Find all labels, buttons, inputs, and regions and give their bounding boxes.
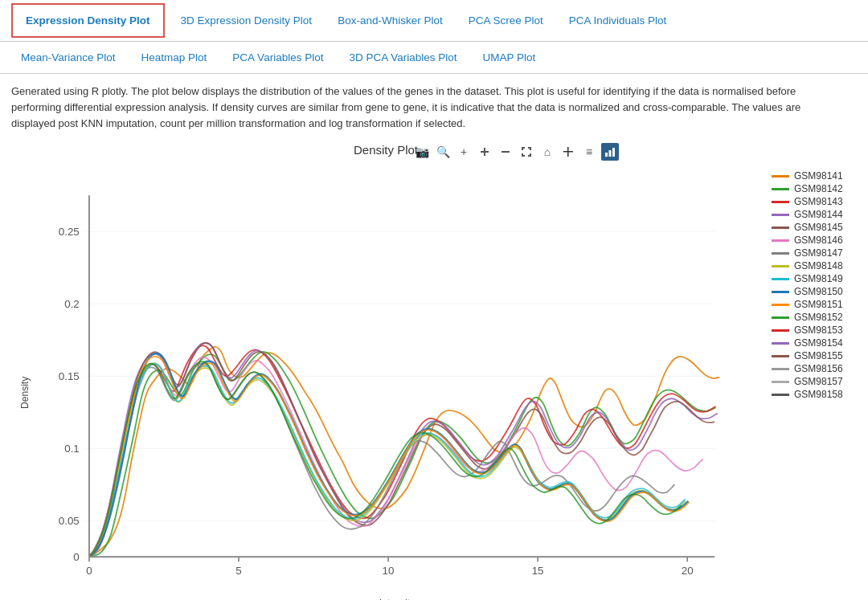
legend-item: GSM98147: [772, 247, 860, 259]
legend-label: GSM98153: [794, 324, 843, 336]
hline-icon[interactable]: ≡: [580, 143, 598, 161]
legend-label: GSM98156: [794, 363, 843, 374]
plus-icon[interactable]: +: [455, 143, 473, 161]
plot-header: Density Plot 📷 🔍 + ⌂ ≡: [8, 143, 764, 157]
spike-icon[interactable]: [559, 143, 577, 161]
svg-rect-4: [567, 147, 569, 157]
density-chart-svg: 0.25 0.2 0.15 0.1 0.05 0: [31, 176, 764, 596]
svg-text:10: 10: [383, 565, 395, 578]
legend-item: GSM98158: [772, 389, 860, 400]
plot-description: Generated using R plotly. The plot below…: [0, 84, 852, 143]
tab-expression-density-plot[interactable]: Expression Density Plot: [11, 3, 165, 38]
legend-item: GSM98151: [772, 299, 860, 310]
legend-item: GSM98144: [772, 209, 860, 220]
chart-wrapper: Density 0.25 0.2 0.15: [8, 176, 764, 600]
legend-item: GSM98150: [772, 286, 860, 297]
tab-3d-pca-variables-plot[interactable]: 3D PCA Variables Plot: [336, 42, 469, 73]
camera-icon[interactable]: 📷: [413, 143, 431, 161]
svg-text:0: 0: [73, 552, 79, 564]
plot-container: Density Plot 📷 🔍 + ⌂ ≡: [8, 143, 764, 600]
legend-item: GSM98157: [772, 376, 860, 387]
y-axis-label: Density: [16, 176, 31, 600]
svg-text:20: 20: [682, 565, 694, 578]
bottom-tab-bar: Mean-Variance Plot Heatmap Plot PCA Vari…: [0, 42, 868, 74]
legend-label: GSM98149: [794, 273, 843, 284]
legend-label: GSM98152: [794, 312, 843, 323]
legend-item: GSM98146: [772, 235, 860, 246]
legend-label: GSM98155: [794, 350, 843, 361]
svg-text:0: 0: [86, 565, 92, 578]
legend-item: GSM98141: [772, 170, 860, 182]
svg-rect-6: [609, 150, 612, 157]
tab-heatmap-plot[interactable]: Heatmap Plot: [129, 42, 220, 73]
svg-text:0.1: 0.1: [64, 443, 80, 455]
legend-label: GSM98158: [794, 389, 843, 400]
legend-item: GSM98155: [772, 350, 860, 361]
svg-text:0.15: 0.15: [59, 371, 80, 383]
legend-label: GSM98142: [794, 183, 843, 194]
plot-toolbar: 📷 🔍 + ⌂ ≡: [413, 143, 619, 161]
svg-text:15: 15: [532, 565, 544, 578]
bar-chart-icon[interactable]: [601, 143, 619, 161]
svg-rect-2: [502, 151, 510, 153]
chart-inner: 0.25 0.2 0.15 0.1 0.05 0: [31, 176, 764, 600]
legend-label: GSM98147: [794, 247, 843, 259]
tab-pca-individuals-plot[interactable]: PCA Individuals Plot: [556, 5, 680, 36]
zoom-in-icon[interactable]: [476, 143, 493, 161]
legend-label: GSM98144: [794, 209, 843, 220]
legend-item: GSM98154: [772, 337, 860, 349]
legend-item: GSM98153: [772, 324, 860, 336]
legend-item: GSM98152: [772, 312, 860, 323]
tab-pca-variables-plot[interactable]: PCA Variables Plot: [219, 42, 336, 73]
svg-rect-5: [605, 153, 608, 157]
legend-item: GSM98142: [772, 183, 860, 194]
fullscreen-icon[interactable]: [518, 143, 535, 161]
tab-box-whisker-plot[interactable]: Box-and-Whisker Plot: [325, 5, 456, 36]
home-icon[interactable]: ⌂: [538, 143, 556, 161]
legend-item: GSM98148: [772, 260, 860, 271]
legend-label: GSM98154: [794, 337, 843, 349]
legend-label: GSM98141: [794, 170, 843, 182]
legend-label: GSM98157: [794, 376, 843, 387]
plot-title: Density Plot: [8, 143, 764, 157]
tab-3d-expression-density-plot[interactable]: 3D Expression Density Plot: [168, 5, 326, 36]
svg-rect-7: [612, 148, 615, 157]
top-tab-bar: Expression Density Plot 3D Expression De…: [0, 0, 868, 42]
legend-item: GSM98145: [772, 222, 860, 233]
legend-item: GSM98143: [772, 196, 860, 207]
tab-mean-variance-plot[interactable]: Mean-Variance Plot: [8, 42, 129, 73]
legend-item: GSM98156: [772, 363, 860, 374]
legend-label: GSM98151: [794, 299, 843, 310]
zoom-icon[interactable]: 🔍: [434, 143, 452, 161]
legend-label: GSM98146: [794, 235, 843, 246]
legend-label: GSM98145: [794, 222, 843, 233]
svg-text:0.25: 0.25: [59, 227, 80, 239]
legend-item: GSM98149: [772, 273, 860, 284]
svg-text:5: 5: [235, 565, 241, 578]
zoom-out-icon[interactable]: [497, 143, 514, 161]
svg-text:0.2: 0.2: [64, 299, 80, 311]
legend-label: GSM98148: [794, 260, 843, 271]
plot-area: Density Plot 📷 🔍 + ⌂ ≡: [0, 143, 868, 600]
chart-legend: GSM98141GSM98142GSM98143GSM98144GSM98145…: [764, 143, 860, 512]
tab-pca-scree-plot[interactable]: PCA Scree Plot: [456, 5, 556, 36]
tab-umap-plot[interactable]: UMAP Plot: [470, 42, 549, 73]
legend-label: GSM98150: [794, 286, 843, 297]
svg-rect-1: [484, 148, 485, 156]
svg-text:0.05: 0.05: [59, 516, 80, 528]
legend-label: GSM98143: [794, 196, 843, 207]
